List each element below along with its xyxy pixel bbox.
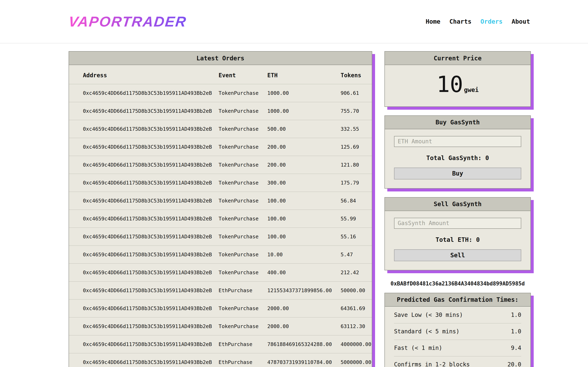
cell-event: TokenPurchase xyxy=(219,317,268,335)
cell-address: 0xc4659c4DD66d1175D8b3C53b195911AD493Bb2… xyxy=(69,246,219,264)
table-row: 0xc4659c4DD66d1175D8b3C53b195911AD493Bb2… xyxy=(69,84,372,102)
gas-row-value: 9.4 xyxy=(511,345,521,351)
contract-address: 0xBABfD08481c36a2136B4A3404834bd899AD598… xyxy=(384,281,531,287)
table-row: 0xc4659c4DD66d1175D8b3C53b195911AD493Bb2… xyxy=(69,192,372,210)
table-row: 0xc4659c4DD66d1175D8b3C53b195911AD493Bb2… xyxy=(69,210,372,228)
sell-panel-title: Sell GasSynth xyxy=(385,198,530,211)
cell-event: TokenPurchase xyxy=(219,246,268,264)
cell-eth: 100.00 xyxy=(267,210,341,228)
cell-eth: 786188469165324288.00 xyxy=(267,335,341,353)
cell-eth: 200.00 xyxy=(267,138,341,156)
current-price-panel: Current Price 10 gwei xyxy=(384,51,531,107)
cell-eth: 100.00 xyxy=(267,228,341,246)
cell-eth: 400.00 xyxy=(267,264,341,282)
cell-event: TokenPurchase xyxy=(219,192,268,210)
cell-address: 0xc4659c4DD66d1175D8b3C53b195911AD493Bb2… xyxy=(69,102,219,120)
buy-amount-input[interactable] xyxy=(394,136,521,147)
cell-tokens: 4000000.00 xyxy=(341,335,372,353)
top-bar: VAPORTRADER Home Charts Orders About xyxy=(0,0,588,43)
table-row: 0xc4659c4DD66d1175D8b3C53b195911AD493Bb2… xyxy=(69,138,372,156)
cell-address: 0xc4659c4DD66d1175D8b3C53b195911AD493Bb2… xyxy=(69,156,219,174)
cell-tokens: 5.47 xyxy=(341,246,372,264)
table-row: 0xc4659c4DD66d1175D8b3C53b195911AD493Bb2… xyxy=(69,228,372,246)
sell-panel: Sell GasSynth Total ETH: 0 Sell xyxy=(384,197,531,270)
gas-row-label: Save Low (< 30 mins) xyxy=(394,312,463,318)
column-header-tokens: Tokens xyxy=(341,65,372,84)
buy-total-label: Total GasSynth: 0 xyxy=(394,154,521,161)
cell-tokens: 50000.00 xyxy=(341,282,372,300)
table-row: 0xc4659c4DD66d1175D8b3C53b195911AD493Bb2… xyxy=(69,174,372,192)
orders-table-body: 0xc4659c4DD66d1175D8b3C53b195911AD493Bb2… xyxy=(69,84,372,367)
cell-address: 0xc4659c4DD66d1175D8b3C53b195911AD493Bb2… xyxy=(69,300,219,317)
cell-event: EthPurchase xyxy=(219,282,268,300)
latest-orders-title: Latest Orders xyxy=(69,52,372,65)
sell-total-label: Total ETH: 0 xyxy=(394,236,521,243)
nav-orders[interactable]: Orders xyxy=(480,18,502,25)
gas-times-panel: Predicted Gas Confirmation Times: Save L… xyxy=(384,293,531,367)
nav-charts[interactable]: Charts xyxy=(449,18,471,25)
cell-event: TokenPurchase xyxy=(219,228,268,246)
cell-event: TokenPurchase xyxy=(219,174,268,192)
cell-event: EthPurchase xyxy=(219,353,268,367)
cell-address: 0xc4659c4DD66d1175D8b3C53b195911AD493Bb2… xyxy=(69,192,219,210)
current-price-value: 10 xyxy=(437,72,463,97)
gas-row-label: Confirms in 1-2 blocks xyxy=(394,361,470,367)
cell-address: 0xc4659c4DD66d1175D8b3C53b195911AD493Bb2… xyxy=(69,120,219,138)
main-nav: Home Charts Orders About xyxy=(426,18,530,25)
nav-about[interactable]: About xyxy=(512,18,530,25)
cell-eth: 100.00 xyxy=(267,192,341,210)
cell-tokens: 56.84 xyxy=(341,192,372,210)
gas-row-value: 1.0 xyxy=(511,328,521,335)
cell-tokens: 63112.30 xyxy=(341,317,372,335)
gas-row-value: 1.0 xyxy=(511,312,521,318)
cell-event: TokenPurchase xyxy=(219,300,268,317)
gas-row: Confirms in 1-2 blocks20.0 xyxy=(394,356,521,367)
cell-event: EthPurchase xyxy=(219,335,268,353)
buy-panel: Buy GasSynth Total GasSynth: 0 Buy xyxy=(384,115,531,189)
gas-times-body: Save Low (< 30 mins)1.0Standard (< 5 min… xyxy=(385,307,530,367)
cell-event: TokenPurchase xyxy=(219,120,268,138)
cell-tokens: 175.79 xyxy=(341,174,372,192)
column-header-address: Address xyxy=(69,65,219,84)
gas-row-label: Fast (< 1 min) xyxy=(394,345,442,351)
sell-amount-input[interactable] xyxy=(394,218,521,229)
orders-table: Address Event ETH Tokens 0xc4659c4DD66d1… xyxy=(69,65,372,367)
cell-eth: 2000.00 xyxy=(267,300,341,317)
cell-eth: 200.00 xyxy=(267,156,341,174)
cell-address: 0xc4659c4DD66d1175D8b3C53b195911AD493Bb2… xyxy=(69,228,219,246)
cell-tokens: 906.61 xyxy=(341,84,372,102)
cell-tokens: 5000000.00 xyxy=(341,353,372,367)
column-header-event: Event xyxy=(219,65,268,84)
buy-button[interactable]: Buy xyxy=(394,167,521,179)
cell-address: 0xc4659c4DD66d1175D8b3C53b195911AD493Bb2… xyxy=(69,264,219,282)
table-row: 0xc4659c4DD66d1175D8b3C53b195911AD493Bb2… xyxy=(69,300,372,317)
cell-tokens: 212.42 xyxy=(341,264,372,282)
cell-eth: 300.00 xyxy=(267,174,341,192)
cell-eth: 10.00 xyxy=(267,246,341,264)
cell-address: 0xc4659c4DD66d1175D8b3C53b195911AD493Bb2… xyxy=(69,84,219,102)
cell-event: TokenPurchase xyxy=(219,156,268,174)
gas-row: Save Low (< 30 mins)1.0 xyxy=(394,307,521,323)
gas-row-label: Standard (< 5 mins) xyxy=(394,328,459,335)
cell-address: 0xc4659c4DD66d1175D8b3C53b195911AD493Bb2… xyxy=(69,282,219,300)
cell-eth: 1000.00 xyxy=(267,84,341,102)
cell-tokens: 64361.69 xyxy=(341,300,372,317)
nav-home[interactable]: Home xyxy=(426,18,440,25)
cell-address: 0xc4659c4DD66d1175D8b3C53b195911AD493Bb2… xyxy=(69,138,219,156)
buy-panel-title: Buy GasSynth xyxy=(385,116,530,129)
cell-eth: 500.00 xyxy=(267,120,341,138)
table-row: 0xc4659c4DD66d1175D8b3C53b195911AD493Bb2… xyxy=(69,246,372,264)
cell-eth: 121553437371899856.00 xyxy=(267,282,341,300)
cell-eth: 478703731939110784.00 xyxy=(267,353,341,367)
cell-address: 0xc4659c4DD66d1175D8b3C53b195911AD493Bb2… xyxy=(69,210,219,228)
cell-event: TokenPurchase xyxy=(219,84,268,102)
latest-orders-panel: Latest Orders Address Event ETH Tokens 0… xyxy=(69,51,372,367)
cell-tokens: 121.80 xyxy=(341,156,372,174)
cell-event: TokenPurchase xyxy=(219,138,268,156)
current-price-title: Current Price xyxy=(385,52,530,65)
sell-button[interactable]: Sell xyxy=(394,249,521,261)
current-price-body: 10 gwei xyxy=(385,65,530,106)
brand-logo[interactable]: VAPORTRADER xyxy=(68,13,188,30)
cell-tokens: 55.16 xyxy=(341,228,372,246)
cell-address: 0xc4659c4DD66d1175D8b3C53b195911AD493Bb2… xyxy=(69,317,219,335)
